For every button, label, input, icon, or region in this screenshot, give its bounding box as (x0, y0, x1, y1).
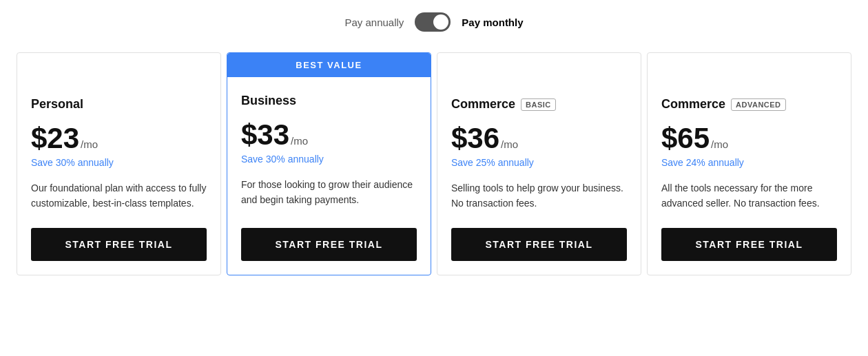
plan-body: Commerce BASIC $36 /mo Save 25% annually… (437, 81, 641, 275)
plan-description: Selling tools to help grow your business… (451, 180, 627, 211)
plan-name: Personal (31, 97, 83, 112)
plan-business: BEST VALUE Business $33 /mo Save 30% ann… (227, 52, 431, 275)
plan-save-text: Save 30% annually (31, 157, 207, 168)
plan-body: Commerce ADVANCED $65 /mo Save 24% annua… (648, 81, 851, 275)
plan-body: Personal $23 /mo Save 30% annually Our f… (17, 81, 220, 275)
plan-price: $23 (31, 124, 79, 153)
plan-description: Our foundational plan with access to ful… (31, 180, 207, 211)
plan-price-unit: /mo (501, 138, 518, 150)
plan-price: $36 (451, 124, 499, 153)
plan-badge: BASIC (521, 98, 556, 111)
best-value-banner: BEST VALUE (227, 53, 431, 77)
plan-price-row: $36 /mo (451, 124, 627, 153)
plan-spacer (437, 53, 641, 81)
plan-price-unit: /mo (711, 138, 728, 150)
plan-price-row: $23 /mo (31, 124, 207, 153)
plan-save-text: Save 25% annually (451, 157, 627, 168)
start-trial-button[interactable]: START FREE TRIAL (31, 228, 207, 261)
start-trial-button[interactable]: START FREE TRIAL (661, 228, 837, 261)
plan-name-row: Business (241, 94, 417, 108)
plan-description: For those looking to grow their audience… (241, 177, 417, 211)
plan-save-text: Save 24% annually (661, 157, 837, 168)
plan-save-text: Save 30% annually (241, 154, 417, 165)
toggle-knob (433, 14, 448, 30)
plan-name-row: Commerce BASIC (451, 97, 627, 112)
plan-price-row: $65 /mo (661, 124, 837, 153)
start-trial-button[interactable]: START FREE TRIAL (451, 228, 627, 261)
start-trial-button[interactable]: START FREE TRIAL (241, 228, 417, 261)
plan-spacer (648, 53, 851, 81)
plan-description: All the tools necessary for the more adv… (661, 180, 837, 211)
plan-name: Commerce (661, 97, 725, 112)
plan-price: $33 (241, 121, 289, 149)
plan-badge: ADVANCED (731, 98, 786, 111)
pricing-plans: Personal $23 /mo Save 30% annually Our f… (0, 52, 868, 275)
plan-price-unit: /mo (81, 138, 98, 150)
plan-body: Business $33 /mo Save 30% annually For t… (227, 77, 431, 275)
plan-price-row: $33 /mo (241, 121, 417, 149)
plan-price: $65 (661, 124, 710, 153)
plan-name-row: Personal (31, 97, 207, 112)
billing-toggle-section: Pay annually Pay monthly (0, 0, 868, 52)
plan-name: Business (241, 94, 296, 108)
billing-toggle[interactable] (415, 12, 451, 32)
pay-monthly-label: Pay monthly (462, 17, 523, 28)
pay-annually-label: Pay annually (344, 17, 404, 28)
plan-name: Commerce (451, 97, 515, 112)
plan-personal: Personal $23 /mo Save 30% annually Our f… (17, 52, 221, 275)
plan-commerce-advanced: Commerce ADVANCED $65 /mo Save 24% annua… (647, 52, 851, 275)
plan-commerce-basic: Commerce BASIC $36 /mo Save 25% annually… (437, 52, 641, 275)
plan-name-row: Commerce ADVANCED (661, 97, 837, 112)
plan-spacer (17, 53, 220, 81)
plan-price-unit: /mo (291, 135, 308, 147)
